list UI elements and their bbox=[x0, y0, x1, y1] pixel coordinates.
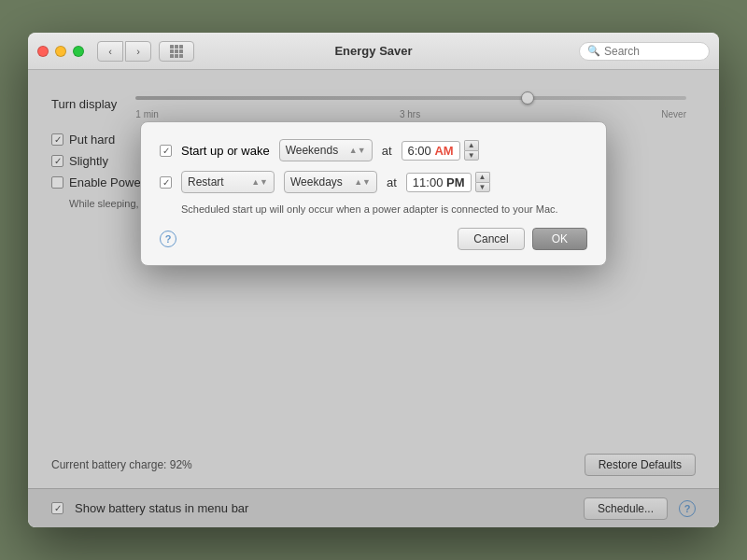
search-box[interactable]: 🔍 bbox=[579, 42, 710, 61]
traffic-lights bbox=[37, 46, 84, 57]
search-input[interactable] bbox=[604, 45, 701, 58]
time-field-1[interactable]: 6:00 AM bbox=[402, 141, 460, 161]
startup-wake-label: Start up or wake bbox=[181, 144, 270, 158]
modal-overlay: Start up or wake Weekends ▲▼ at 6:00 AM … bbox=[28, 70, 719, 527]
titlebar: ‹ › Energy Saver 🔍 bbox=[28, 33, 719, 70]
ampm-1: AM bbox=[434, 144, 453, 158]
time-field-2[interactable]: 11:00 PM bbox=[406, 173, 472, 192]
cancel-button[interactable]: Cancel bbox=[458, 228, 524, 250]
nav-buttons: ‹ › bbox=[97, 41, 151, 62]
ampm-2: PM bbox=[446, 175, 465, 189]
forward-button[interactable]: › bbox=[125, 41, 151, 62]
modal-help-icon[interactable]: ? bbox=[160, 231, 176, 247]
weekends-select[interactable]: Weekends ▲▼ bbox=[279, 139, 373, 161]
modal-row-2: Restart ▲▼ Weekdays ▲▼ at 11:00 PM ▲ bbox=[160, 171, 587, 193]
maximize-button[interactable] bbox=[73, 46, 84, 57]
window-title: Energy Saver bbox=[334, 44, 412, 58]
time-stepper-2[interactable]: ▲ ▼ bbox=[475, 172, 490, 192]
time-stepper-1[interactable]: ▲ ▼ bbox=[464, 140, 479, 161]
grid-view-button[interactable] bbox=[159, 41, 194, 62]
time-box-1: 6:00 AM ▲ ▼ bbox=[402, 140, 479, 161]
content-area: Turn display 1 min 3 hrs Never Put hard bbox=[28, 70, 719, 527]
time-box-2: 11:00 PM ▲ ▼ bbox=[406, 172, 490, 192]
time-up-2[interactable]: ▲ bbox=[475, 172, 490, 182]
grid-icon bbox=[170, 45, 183, 58]
schedule-modal: Start up or wake Weekends ▲▼ at 6:00 AM … bbox=[140, 121, 607, 266]
close-button[interactable] bbox=[37, 46, 49, 57]
search-icon: 🔍 bbox=[587, 45, 600, 57]
weekdays-chevron-icon: ▲▼ bbox=[354, 177, 371, 187]
ok-button[interactable]: OK bbox=[532, 228, 587, 250]
time-down-1[interactable]: ▼ bbox=[464, 150, 479, 161]
weekdays-select[interactable]: Weekdays ▲▼ bbox=[284, 171, 377, 193]
minimize-button[interactable] bbox=[55, 46, 66, 57]
time-down-2[interactable]: ▼ bbox=[475, 182, 490, 192]
modal-row-1: Start up or wake Weekends ▲▼ at 6:00 AM … bbox=[160, 139, 587, 161]
back-button[interactable]: ‹ bbox=[97, 41, 123, 62]
restart-checkbox[interactable] bbox=[160, 176, 172, 189]
modal-buttons: ? Cancel OK bbox=[160, 228, 587, 250]
action-select[interactable]: Restart ▲▼ bbox=[181, 171, 275, 193]
time-up-1[interactable]: ▲ bbox=[464, 140, 479, 150]
at-label-2: at bbox=[387, 175, 397, 189]
action-chevron-icon: ▲▼ bbox=[251, 177, 268, 187]
startup-wake-checkbox[interactable] bbox=[160, 145, 172, 157]
at-label-1: at bbox=[382, 144, 392, 158]
modal-note: Scheduled start up will only occur when … bbox=[181, 203, 587, 217]
weekends-chevron-icon: ▲▼ bbox=[349, 146, 366, 155]
main-window: ‹ › Energy Saver 🔍 Turn display bbox=[28, 33, 719, 527]
